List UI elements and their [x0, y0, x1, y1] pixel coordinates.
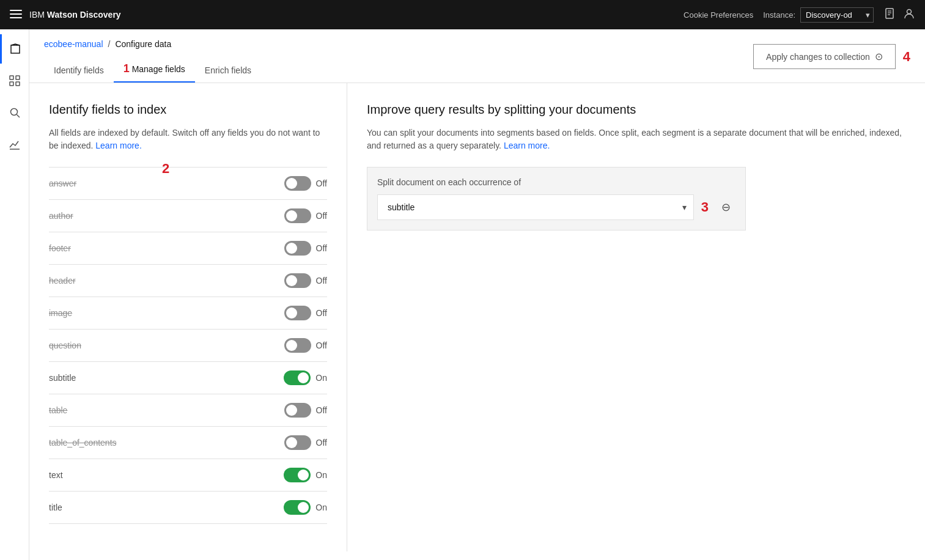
field-name-author: author [49, 211, 73, 221]
toggle-header[interactable] [284, 273, 311, 288]
split-field-dropdown[interactable]: subtitletitleheaderfootertext [377, 194, 694, 220]
top-navigation: IBM Watson Discovery Cookie Preferences … [0, 0, 925, 29]
instance-dropdown[interactable]: Discovery-od [800, 7, 874, 23]
split-field-dropdown-wrapper: subtitletitleheaderfootertext ▾ [377, 194, 694, 220]
menu-icon[interactable] [10, 8, 22, 22]
content-area: Identify fields to index All fields are … [29, 83, 925, 551]
main-content: ecobee-manual / Configure data Identify … [29, 29, 925, 560]
user-icon[interactable] [903, 7, 915, 22]
toggle-status-footer: Off [316, 243, 327, 253]
right-panel-description: You can split your documents into segmen… [367, 127, 905, 152]
toggle-text[interactable] [284, 468, 311, 482]
tab-bar: Identify fields 1 Manage fields Enrich f… [44, 56, 261, 83]
cookie-preferences-link[interactable]: Cookie Preferences [684, 10, 753, 20]
toggle-footer[interactable] [284, 241, 311, 256]
field-row-author: authorOff [49, 200, 327, 232]
toggle-subtitle[interactable] [284, 370, 311, 385]
svg-line-13 [17, 115, 20, 118]
field-name-header: header [49, 276, 76, 286]
left-sidebar [0, 29, 29, 560]
sidebar-item-search[interactable] [0, 98, 29, 127]
field-row-answer: answerOff [49, 168, 327, 200]
learn-more-link-right[interactable]: Learn more. [504, 141, 550, 150]
field-row-image: imageOff [49, 297, 327, 330]
app-logo: IBM Watson Discovery [29, 10, 121, 20]
tab-identify-fields[interactable]: Identify fields [44, 59, 114, 83]
toggle-status-image: Off [316, 308, 327, 318]
toggle-title[interactable] [284, 500, 311, 515]
sidebar-item-collections[interactable] [0, 34, 29, 64]
svg-point-12 [10, 109, 17, 116]
apply-changes-button[interactable]: Apply changes to collection ⊙ [753, 44, 896, 69]
svg-rect-1 [10, 13, 22, 15]
toggle-status-table: Off [316, 405, 327, 415]
field-name-subtitle: subtitle [49, 373, 76, 383]
toggle-image[interactable] [284, 306, 311, 320]
field-name-question: question [49, 341, 81, 350]
toggle-status-header: Off [316, 276, 327, 286]
field-row-table_of_contents: table_of_contentsOff [49, 427, 327, 459]
breadcrumb-separator: / [108, 39, 111, 49]
svg-point-7 [907, 10, 912, 14]
field-name-image: image [49, 308, 72, 318]
right-panel-title: Improve query results by splitting your … [367, 103, 905, 117]
field-row-footer: footerOff [49, 232, 327, 265]
toggle-status-subtitle: On [315, 373, 327, 383]
svg-rect-2 [10, 17, 22, 18]
toggle-status-table_of_contents: Off [316, 438, 327, 448]
svg-rect-8 [10, 76, 13, 79]
svg-rect-0 [10, 10, 22, 11]
toggle-status-answer: Off [316, 179, 327, 188]
page-header: ecobee-manual / Configure data Identify … [29, 29, 925, 83]
learn-more-link-left[interactable]: Learn more. [95, 141, 141, 150]
field-row-table: tableOff [49, 394, 327, 427]
toggle-author[interactable] [284, 208, 311, 223]
fields-list: answerOffauthorOfffooterOffheaderOffimag… [49, 167, 327, 524]
field-name-table: table [49, 405, 67, 415]
svg-rect-9 [16, 76, 20, 79]
toggle-table[interactable] [284, 403, 311, 418]
toggle-status-question: Off [316, 341, 327, 350]
notebook-icon[interactable] [883, 7, 896, 22]
field-name-table_of_contents: table_of_contents [49, 438, 117, 448]
left-panel-description: All fields are indexed by default. Switc… [49, 127, 327, 152]
field-name-answer: answer [49, 179, 76, 188]
right-panel: Improve query results by splitting your … [347, 83, 925, 551]
field-row-question: questionOff [49, 330, 327, 362]
annotation-3: 3 [701, 199, 709, 215]
remove-split-button[interactable]: ⊖ [716, 197, 735, 217]
left-panel: Identify fields to index All fields are … [29, 83, 347, 551]
toggle-status-title: On [315, 503, 327, 512]
instance-selector: Instance: Discovery-od ▾ [763, 7, 874, 23]
sidebar-item-integrations[interactable] [0, 66, 29, 95]
left-panel-title: Identify fields to index [49, 103, 327, 117]
annotation-4: 4 [903, 49, 910, 65]
toggle-question[interactable] [284, 338, 311, 353]
split-card-label: Split document on each occurrence of [377, 177, 735, 187]
field-row-header: headerOff [49, 265, 327, 297]
field-row-title: titleOn [49, 492, 327, 524]
sidebar-item-analytics[interactable] [0, 130, 29, 159]
field-name-footer: footer [49, 243, 71, 253]
tab-manage-fields[interactable]: 1 Manage fields [114, 56, 195, 83]
field-name-text: text [49, 470, 63, 480]
toggle-answer[interactable] [284, 176, 311, 191]
toggle-table_of_contents[interactable] [284, 435, 311, 450]
split-document-card: Split document on each occurrence of sub… [367, 167, 746, 230]
toggle-status-author: Off [316, 211, 327, 221]
instance-label: Instance: [763, 10, 795, 20]
breadcrumb-link[interactable]: ecobee-manual [44, 39, 103, 49]
tab-enrich-fields[interactable]: Enrich fields [195, 59, 261, 83]
svg-rect-3 [886, 9, 893, 18]
svg-rect-10 [10, 82, 13, 86]
breadcrumb-current: Configure data [115, 39, 171, 49]
svg-rect-11 [16, 82, 20, 86]
breadcrumb: ecobee-manual / Configure data [44, 39, 261, 49]
annotation-1: 1 [123, 62, 130, 75]
toggle-status-text: On [315, 470, 327, 480]
split-field-row: subtitletitleheaderfootertext ▾ 3 ⊖ [377, 194, 735, 220]
field-row-text: textOn [49, 459, 327, 492]
field-name-title: title [49, 503, 62, 512]
field-row-subtitle: subtitleOn [49, 362, 327, 394]
